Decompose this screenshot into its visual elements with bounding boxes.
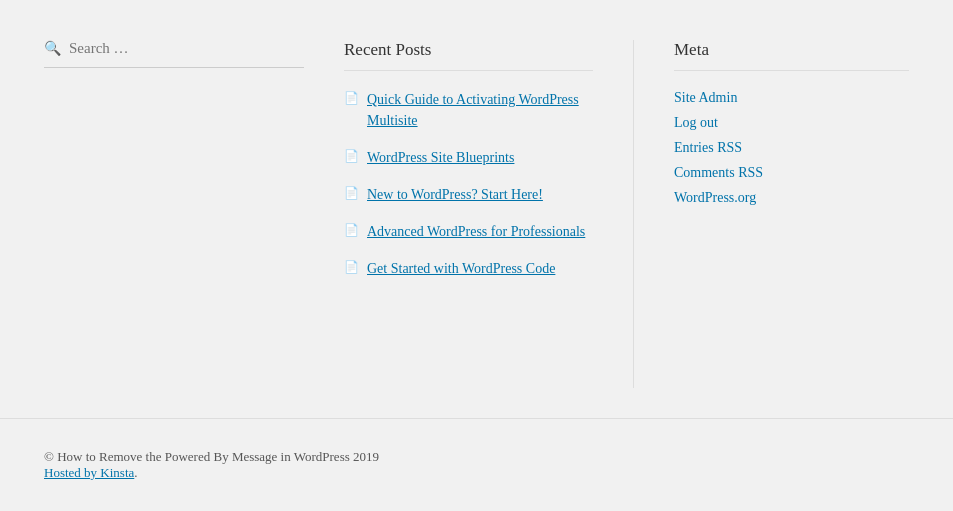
search-box: 🔍 xyxy=(44,40,304,68)
search-column: 🔍 xyxy=(44,40,344,388)
list-item: WordPress.org xyxy=(674,189,909,206)
meta-link[interactable]: Comments RSS xyxy=(674,165,763,180)
list-item: Entries RSS xyxy=(674,139,909,156)
meta-column: Meta Site AdminLog outEntries RSSComment… xyxy=(634,40,909,388)
main-content: 🔍 Recent Posts 📄Quick Guide to Activatin… xyxy=(0,0,953,418)
post-link[interactable]: Quick Guide to Activating WordPress Mult… xyxy=(367,89,593,131)
post-link[interactable]: Get Started with WordPress Code xyxy=(367,258,555,279)
recent-posts-column: Recent Posts 📄Quick Guide to Activating … xyxy=(344,40,634,388)
list-item: 📄Get Started with WordPress Code xyxy=(344,258,593,279)
post-link[interactable]: Advanced WordPress for Professionals xyxy=(367,221,585,242)
post-icon: 📄 xyxy=(344,223,359,238)
post-icon: 📄 xyxy=(344,149,359,164)
meta-title: Meta xyxy=(674,40,909,71)
meta-link[interactable]: WordPress.org xyxy=(674,190,756,205)
footer: © How to Remove the Powered By Message i… xyxy=(0,418,953,511)
list-item: 📄Quick Guide to Activating WordPress Mul… xyxy=(344,89,593,131)
list-item: 📄New to WordPress? Start Here! xyxy=(344,184,593,205)
meta-link[interactable]: Entries RSS xyxy=(674,140,742,155)
post-icon: 📄 xyxy=(344,260,359,275)
search-input[interactable] xyxy=(69,40,304,57)
list-item: 📄Advanced WordPress for Professionals xyxy=(344,221,593,242)
list-item: Site Admin xyxy=(674,89,909,106)
list-item: Comments RSS xyxy=(674,164,909,181)
footer-copyright: © How to Remove the Powered By Message i… xyxy=(44,449,379,464)
meta-link[interactable]: Site Admin xyxy=(674,90,737,105)
post-link[interactable]: WordPress Site Blueprints xyxy=(367,147,514,168)
list-item: Log out xyxy=(674,114,909,131)
meta-list: Site AdminLog outEntries RSSComments RSS… xyxy=(674,89,909,206)
footer-suffix: . xyxy=(134,465,137,480)
meta-link[interactable]: Log out xyxy=(674,115,718,130)
post-icon: 📄 xyxy=(344,186,359,201)
page-wrapper: 🔍 Recent Posts 📄Quick Guide to Activatin… xyxy=(0,0,953,511)
post-link[interactable]: New to WordPress? Start Here! xyxy=(367,184,543,205)
list-item: 📄WordPress Site Blueprints xyxy=(344,147,593,168)
recent-posts-title: Recent Posts xyxy=(344,40,593,71)
posts-list: 📄Quick Guide to Activating WordPress Mul… xyxy=(344,89,593,279)
footer-hosted-link[interactable]: Hosted by Kinsta xyxy=(44,465,134,480)
post-icon: 📄 xyxy=(344,91,359,106)
search-icon: 🔍 xyxy=(44,40,61,57)
